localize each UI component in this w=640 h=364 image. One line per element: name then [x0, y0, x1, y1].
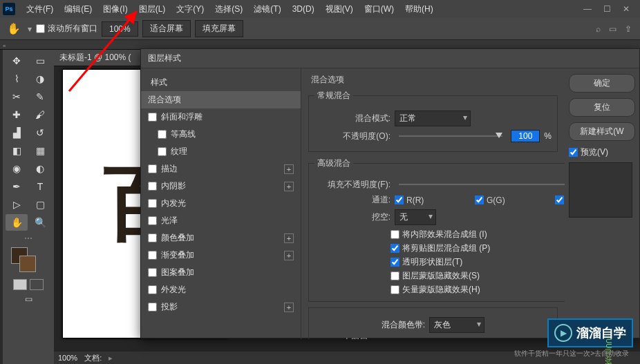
- style-coloroverlay[interactable]: 颜色叠加+: [141, 229, 301, 247]
- vectormask-hides-checkbox[interactable]: 矢量蒙版隐藏效果(H): [390, 284, 565, 296]
- style-bevel[interactable]: 斜面和浮雕: [141, 108, 301, 126]
- fill-screen-button[interactable]: 填充屏幕: [195, 20, 243, 37]
- style-gradientoverlay[interactable]: 渐变叠加+: [141, 247, 301, 264]
- background-swatch[interactable]: [19, 256, 36, 272]
- add-icon[interactable]: +: [284, 182, 294, 191]
- history-brush-icon[interactable]: ↺: [29, 124, 51, 141]
- general-blend-legend: 常规混合: [314, 90, 353, 102]
- opacity-slider[interactable]: [399, 135, 502, 137]
- styles-header: 样式: [141, 74, 301, 91]
- type-tool-icon[interactable]: T: [29, 178, 51, 195]
- style-stroke[interactable]: 描边+: [141, 160, 301, 178]
- blend-if-label: 混合颜色带:: [382, 319, 425, 331]
- marquee-tool-icon[interactable]: ▭: [29, 52, 51, 69]
- dodge-tool-icon[interactable]: ◐: [29, 160, 51, 177]
- search-icon[interactable]: ⌕: [596, 24, 601, 34]
- crop-tool-icon[interactable]: ✂: [6, 88, 28, 105]
- move-tool-icon[interactable]: ✥: [6, 52, 28, 69]
- path-tool-icon[interactable]: ▷: [6, 196, 28, 213]
- style-innershadow[interactable]: 内阴影+: [141, 178, 301, 195]
- heal-tool-icon[interactable]: ✚: [6, 106, 28, 123]
- menu-edit[interactable]: 编辑(E): [59, 1, 97, 18]
- style-patternoverlay[interactable]: 图案叠加: [141, 264, 301, 281]
- menu-view[interactable]: 视图(V): [320, 1, 359, 18]
- app-icon: Ps: [3, 3, 15, 15]
- menu-window[interactable]: 窗口(W): [359, 1, 399, 18]
- share-icon[interactable]: ⇪: [625, 24, 632, 34]
- quickmask-mode-icon[interactable]: [30, 279, 44, 290]
- add-icon[interactable]: +: [284, 233, 294, 243]
- fit-screen-button[interactable]: 适合屏幕: [142, 20, 191, 37]
- pen-tool-icon[interactable]: ✒: [6, 178, 28, 195]
- shape-tool-icon[interactable]: ▢: [29, 196, 51, 213]
- ok-button[interactable]: 确定: [569, 74, 635, 93]
- blend-if-group: 混合颜色带: 灰色 本图层: 0 255 下一图层: 0 255: [308, 307, 558, 339]
- eyedropper-tool-icon[interactable]: ✎: [29, 88, 51, 105]
- menu-bar: Ps 文件(F) 编辑(E) 图像(I) 图层(L) 文字(Y) 选择(S) 滤…: [0, 0, 640, 18]
- layermask-hides-checkbox[interactable]: 图层蒙版隐藏效果(S): [390, 270, 565, 282]
- style-contour[interactable]: 等高线: [141, 126, 301, 143]
- window-max-icon[interactable]: ☐: [601, 4, 612, 14]
- scroll-all-checkbox[interactable]: 滚动所有窗口: [36, 23, 97, 35]
- blend-if-select[interactable]: 灰色: [429, 317, 484, 333]
- blend-mode-select[interactable]: 正常: [395, 111, 471, 126]
- menu-file[interactable]: 文件(F): [21, 1, 59, 18]
- status-zoom[interactable]: 100%: [58, 354, 77, 362]
- stamp-tool-icon[interactable]: ▟: [6, 124, 28, 141]
- color-swatches[interactable]: [6, 247, 51, 275]
- brush-tool-icon[interactable]: 🖌: [29, 106, 51, 123]
- channel-r-checkbox[interactable]: R(R): [395, 195, 471, 205]
- blur-tool-icon[interactable]: ◉: [6, 160, 28, 177]
- transparency-shapes-checkbox[interactable]: 透明形状图层(T): [390, 256, 565, 268]
- standard-mode-icon[interactable]: [13, 279, 27, 290]
- menu-layer[interactable]: 图层(L): [133, 1, 171, 18]
- gallery-icon[interactable]: ▭: [609, 24, 617, 34]
- clipped-layers-checkbox[interactable]: 将剪贴图层混合成组 (P): [390, 242, 565, 254]
- style-blendoptions[interactable]: 混合选项: [141, 91, 301, 108]
- zoom-tool-icon[interactable]: 🔍: [29, 214, 51, 231]
- window-close-icon[interactable]: ✕: [621, 4, 632, 14]
- reset-button[interactable]: 复位: [569, 98, 635, 117]
- section-title: 混合选项: [308, 73, 558, 90]
- add-icon[interactable]: +: [284, 303, 294, 312]
- style-outerglow[interactable]: 外发光: [141, 281, 301, 298]
- eraser-tool-icon[interactable]: ◧: [6, 142, 28, 159]
- hand-tool-icon-2[interactable]: ✋: [6, 214, 28, 231]
- chevron-down-icon[interactable]: ▾: [28, 24, 32, 34]
- tool-more-icon[interactable]: ⋯: [6, 233, 51, 243]
- fill-opacity-slider[interactable]: [399, 184, 565, 185]
- menu-select[interactable]: 选择(S): [209, 1, 248, 18]
- quickselect-tool-icon[interactable]: ◑: [29, 70, 51, 87]
- style-dropshadow[interactable]: 投影+: [141, 298, 301, 316]
- add-icon[interactable]: +: [284, 251, 294, 260]
- add-icon[interactable]: +: [284, 164, 294, 174]
- style-satin[interactable]: 光泽: [141, 212, 301, 229]
- window-min-icon[interactable]: —: [582, 4, 593, 14]
- this-layer-label: 本图层:: [314, 336, 370, 339]
- lasso-tool-icon[interactable]: ⌇: [6, 70, 28, 87]
- knockout-select[interactable]: 无: [395, 209, 436, 225]
- watermark-brand: 溜溜自学: [576, 325, 626, 341]
- style-innerglow[interactable]: 内发光: [141, 195, 301, 212]
- percent-label: %: [544, 131, 552, 141]
- menu-type[interactable]: 文字(Y): [171, 1, 209, 18]
- gradient-tool-icon[interactable]: ▦: [29, 142, 51, 159]
- channel-g-checkbox[interactable]: G(G): [475, 195, 551, 205]
- opacity-input[interactable]: 100: [511, 130, 540, 142]
- status-doc-label: 文档:: [84, 353, 102, 363]
- channels-label: 通道:: [314, 194, 390, 206]
- this-lo: 0: [374, 338, 379, 340]
- screenmode-icon[interactable]: ▭: [6, 294, 51, 304]
- options-bar: ✋ ▾ 滚动所有窗口 100% 适合屏幕 填充屏幕 ⌕ ▭ ⇪: [0, 18, 640, 40]
- menu-3d[interactable]: 3D(D): [287, 1, 320, 17]
- preview-checkbox[interactable]: 预览(V): [569, 146, 635, 158]
- zoom-level-button[interactable]: 100%: [102, 21, 138, 37]
- menu-image[interactable]: 图像(I): [97, 1, 133, 18]
- hand-tool-icon[interactable]: ✋: [4, 21, 23, 37]
- style-texture[interactable]: 纹理: [141, 143, 301, 160]
- interior-effects-checkbox[interactable]: 将内部效果混合成组 (I): [390, 229, 565, 240]
- menu-help[interactable]: 帮助(H): [399, 1, 439, 18]
- new-style-button[interactable]: 新建样式(W: [569, 122, 635, 141]
- channel-b-checkbox[interactable]: B(B): [555, 195, 565, 205]
- menu-filter[interactable]: 滤镜(T): [248, 1, 286, 18]
